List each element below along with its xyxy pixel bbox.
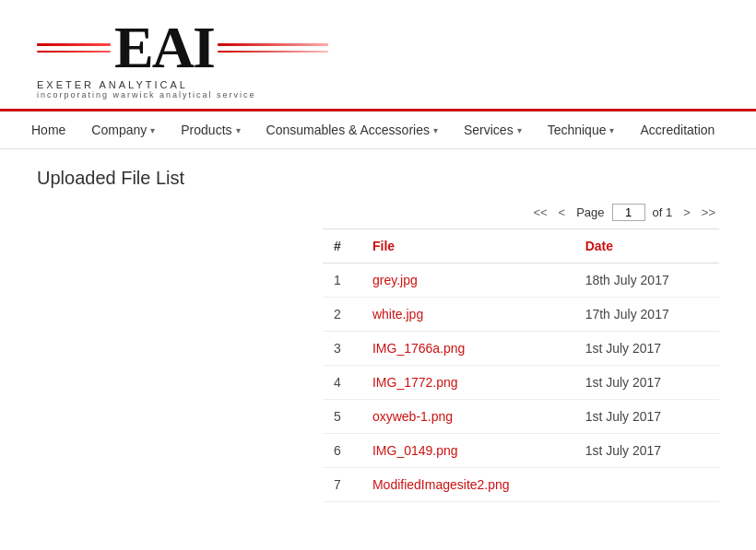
nav-label-company: Company (91, 123, 147, 137)
table-row: 1grey.jpg18th July 2017 (323, 263, 719, 298)
main-content: Uploaded File List << < Page of 1 > >> #… (0, 149, 756, 521)
header: EAI EXETER ANALYTICAL incorporating WARW… (0, 0, 756, 109)
table-row: 4IMG_1772.png1st July 2017 (323, 366, 719, 400)
nav-label-consumables: Consumables & Accessories (266, 123, 430, 137)
page-title: Uploaded File List (37, 168, 719, 189)
file-table: # File Date 1grey.jpg18th July 20172whit… (323, 228, 719, 502)
cell-row-num: 3 (323, 332, 361, 366)
logo-lines-right (214, 43, 328, 53)
cell-row-date: 1st July 2017 (574, 366, 719, 400)
cell-row-file: IMG_1772.png (361, 366, 574, 400)
chevron-down-icon: ▾ (517, 125, 522, 135)
chevron-down-icon: ▾ (150, 125, 155, 135)
logo-tagline: incorporating WARWICK ANALYTICAL SERVICE (37, 90, 256, 99)
cell-row-num: 6 (323, 434, 361, 468)
cell-row-num: 1 (323, 263, 361, 298)
file-link[interactable]: white.jpg (372, 307, 423, 322)
pagination-page-label: Page (576, 205, 604, 219)
file-link[interactable]: IMG_0149.png (372, 443, 458, 458)
table-row: 6IMG_0149.png1st July 2017 (323, 434, 719, 468)
nav-item-accreditation[interactable]: Accreditation (627, 111, 727, 148)
col-header-file: File (361, 229, 574, 263)
logo-red-line-bottom-right (218, 51, 328, 53)
cell-row-file: IMG_0149.png (361, 434, 574, 468)
table-row: 3IMG_1766a.png1st July 2017 (323, 332, 719, 366)
chevron-down-icon: ▾ (236, 125, 241, 135)
cell-row-file: IMG_1766a.png (361, 332, 574, 366)
nav-item-products[interactable]: Products ▾ (168, 111, 253, 148)
nav-item-consumables[interactable]: Consumables & Accessories ▾ (254, 111, 451, 148)
cell-row-date (574, 468, 719, 502)
cell-row-date: 1st July 2017 (574, 400, 719, 434)
logo-wrapper: EAI (37, 18, 328, 77)
cell-row-num: 4 (323, 366, 361, 400)
nav-item-company[interactable]: Company ▾ (78, 111, 168, 148)
nav-label-accreditation: Accreditation (640, 123, 715, 137)
table-row: 2white.jpg17th July 2017 (323, 298, 719, 332)
cell-row-file: grey.jpg (361, 263, 574, 298)
cell-row-file: oxyweb-1.png (361, 400, 574, 434)
cell-row-file: ModifiedImagesite2.png (361, 468, 574, 502)
cell-row-file: white.jpg (361, 298, 574, 332)
nav-label-home: Home (31, 123, 65, 137)
pagination-of-total: of 1 (653, 205, 673, 219)
table-row: 7ModifiedImagesite2.png (323, 468, 719, 502)
pagination-first-button[interactable]: << (529, 204, 550, 221)
cell-row-date: 17th July 2017 (574, 298, 719, 332)
pagination-page-input[interactable] (612, 204, 645, 221)
cell-row-num: 5 (323, 400, 361, 434)
col-header-num: # (323, 229, 361, 263)
cell-row-num: 7 (323, 468, 361, 502)
cell-row-date: 18th July 2017 (574, 263, 719, 298)
chevron-down-icon: ▾ (609, 125, 614, 135)
pagination: << < Page of 1 > >> (323, 204, 719, 221)
chevron-down-icon: ▾ (433, 125, 438, 135)
table-header-row: # File Date (323, 229, 719, 263)
cell-row-date: 1st July 2017 (574, 434, 719, 468)
file-link[interactable]: ModifiedImagesite2.png (372, 477, 510, 492)
file-link[interactable]: oxyweb-1.png (372, 409, 453, 424)
navigation: Home Company ▾ Products ▾ Consumables & … (0, 109, 756, 149)
file-link[interactable]: IMG_1766a.png (372, 341, 465, 356)
nav-item-technique[interactable]: Technique ▾ (535, 111, 628, 148)
cell-row-date: 1st July 2017 (574, 332, 719, 366)
cell-row-num: 2 (323, 298, 361, 332)
nav-label-products: Products (181, 123, 231, 137)
file-link[interactable]: IMG_1772.png (372, 375, 458, 390)
logo-eai-text: EAI (114, 18, 214, 77)
file-link[interactable]: grey.jpg (372, 273, 418, 287)
logo-red-line-top-right (218, 43, 328, 46)
nav-item-services[interactable]: Services ▾ (451, 111, 535, 148)
logo-lines-left (37, 43, 114, 53)
pagination-last-button[interactable]: >> (698, 204, 719, 221)
logo-company-name: EXETER ANALYTICAL (37, 79, 188, 90)
pagination-prev-button[interactable]: < (555, 204, 570, 221)
logo-red-line-bottom-left (37, 51, 111, 53)
nav-label-technique: Technique (548, 123, 607, 137)
pagination-next-button[interactable]: > (679, 204, 694, 221)
nav-item-home[interactable]: Home (18, 111, 78, 148)
logo-container: EAI EXETER ANALYTICAL incorporating WARW… (37, 18, 719, 99)
table-row: 5oxyweb-1.png1st July 2017 (323, 400, 719, 434)
logo-red-line-top-left (37, 43, 111, 46)
nav-label-services: Services (464, 123, 514, 137)
col-header-date: Date (574, 229, 719, 263)
